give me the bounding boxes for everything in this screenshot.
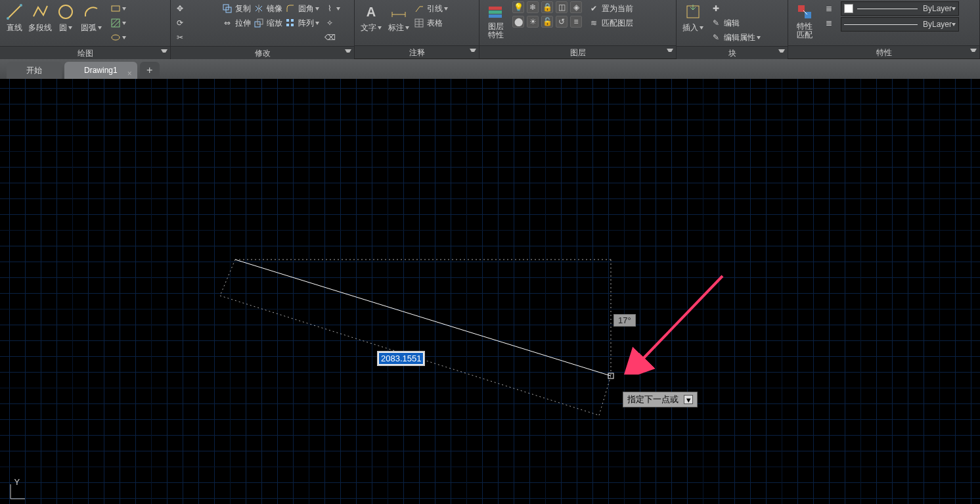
block-editattr-icon: ✎ [711, 32, 721, 43]
panel-layer: 图层 特性 💡 ❄ 🔒 ◫ ◈ ⬤ ☀ 🔓 ↺ ≡ ✔置为当前 ≋匹配 [479, 0, 677, 58]
layer-walk-icon[interactable]: ≡ [570, 16, 582, 28]
table-button[interactable]: 表格 [412, 16, 449, 30]
text-button[interactable]: A 文字 [357, 1, 385, 34]
match-prop-label: 特性 匹配 [797, 22, 813, 39]
circle-button[interactable]: 圆 [54, 1, 78, 34]
block-edit-button[interactable]: ✎编辑 [709, 16, 762, 30]
svg-rect-14 [291, 19, 294, 22]
circle-icon [56, 3, 75, 21]
trim-icon: ✂ [175, 32, 185, 43]
scale-button[interactable]: 缩放 [252, 16, 284, 30]
panel-block: 插入 ✚ ✎编辑 ✎编辑属性 块 [677, 0, 788, 58]
linetype-dropdown[interactable]: ByLayer [841, 17, 959, 32]
table-icon [414, 18, 424, 28]
panel-layer-title[interactable]: 图层 [479, 45, 676, 58]
panel-annot-title[interactable]: 注释 [355, 45, 479, 58]
ucs-y-label: Y [14, 477, 20, 487]
svg-rect-24 [489, 7, 502, 10]
fillet-button[interactable]: 圆角 [284, 1, 321, 16]
layer-color-icon[interactable]: ◫ [556, 1, 568, 13]
svg-rect-5 [112, 19, 120, 27]
block-create-button[interactable]: ✚ [709, 1, 762, 16]
layer-freeze-icon[interactable]: ❄ [527, 1, 539, 13]
array-button[interactable]: 阵列 [284, 16, 321, 30]
prop-list-1[interactable]: ≣ [822, 1, 835, 16]
drawing-canvas[interactable]: 2083.1551 17° 指定下一点或 ▾ Y [0, 79, 980, 504]
command-tooltip: 指定下一点或 ▾ [623, 392, 698, 407]
svg-line-33 [220, 260, 235, 296]
list2-icon: ≣ [824, 18, 834, 28]
rotate-icon: ⟳ [175, 18, 185, 28]
leader-button[interactable]: 引线 [412, 1, 449, 16]
arc-icon [82, 3, 100, 21]
command-tooltip-text: 指定下一点或 [627, 394, 679, 405]
layer-setcur-label: 置为当前 [602, 3, 633, 14]
hatch-icon [110, 18, 121, 28]
insert-icon [684, 3, 702, 21]
line-button[interactable]: 直线 [3, 1, 26, 34]
tab-drawing1[interactable]: Drawing1 × [64, 62, 137, 79]
insert-button[interactable]: 插入 [679, 1, 707, 34]
color-dropdown[interactable]: ByLayer [841, 1, 959, 16]
draw-misc-3[interactable] [109, 30, 127, 45]
tab-start[interactable]: 开始 [7, 62, 62, 79]
match-prop-icon [795, 3, 814, 21]
rect-icon [110, 3, 121, 14]
layer-match-label: 匹配图层 [602, 18, 633, 29]
tooltip-dropdown-icon[interactable]: ▾ [684, 395, 693, 404]
svg-rect-13 [286, 19, 289, 22]
layer-prev-icon[interactable]: ↺ [556, 16, 568, 28]
draw-misc-2[interactable] [109, 16, 127, 30]
explode-icon: ✧ [324, 18, 335, 28]
copy-label: 复制 [235, 3, 251, 14]
block-edit-label: 编辑 [724, 18, 740, 29]
tab-add[interactable]: + [140, 62, 160, 79]
dim-button[interactable]: 标注 [385, 1, 412, 34]
fillet-label: 圆角 [298, 3, 314, 14]
modify-ext-2[interactable]: ✧ [323, 16, 342, 30]
arc-button[interactable]: 圆弧 [78, 1, 105, 34]
stretch-button[interactable]: ⇔拉伸 [221, 16, 252, 30]
dynamic-length-value: 2083.1551 [381, 354, 421, 363]
modify-ext-3[interactable]: ⌫ [323, 30, 342, 45]
arc-label: 圆弧 [81, 22, 102, 34]
trim-button[interactable]: ✂ [173, 30, 221, 45]
mirror-label: 镜像 [267, 3, 282, 14]
panel-block-title[interactable]: 块 [677, 46, 788, 59]
layer-unlock-icon[interactable]: 🔓 [541, 16, 553, 28]
layer-lock-icon[interactable]: 🔒 [541, 1, 553, 13]
copy-button[interactable]: 复制 [221, 1, 252, 16]
mirror-button[interactable]: 镜像 [252, 1, 284, 16]
leader-label: 引线 [427, 3, 443, 14]
erase-icon: ⌫ [324, 32, 335, 43]
match-prop-button[interactable]: 特性 匹配 [791, 1, 818, 39]
panel-draw-title[interactable]: 绘图 [0, 46, 170, 59]
scale-label: 缩放 [267, 18, 282, 29]
scale-icon [254, 18, 264, 28]
ellipse-icon [110, 32, 121, 43]
block-editattr-button[interactable]: ✎编辑属性 [709, 30, 762, 45]
panel-draw: 直线 多段线 圆 圆弧 绘图 [0, 0, 171, 58]
draw-misc-1[interactable] [109, 1, 127, 16]
dynamic-length-input[interactable]: 2083.1551 [378, 352, 424, 365]
layer-props-button[interactable]: 图层 特性 [482, 1, 510, 39]
layer-iso-icon[interactable]: ◈ [570, 1, 582, 13]
layer-thaw-icon[interactable]: ☀ [527, 16, 539, 28]
drawing-geometry [0, 79, 980, 504]
rotate-button[interactable]: ⟳ [173, 16, 221, 30]
text-icon: A [362, 3, 380, 21]
match-layer-button[interactable]: ≋匹配图层 [587, 16, 635, 30]
set-current-layer-button[interactable]: ✔置为当前 [587, 1, 635, 16]
block-edit-icon: ✎ [711, 18, 721, 28]
modify-ext-1[interactable]: ⌇ [323, 1, 342, 16]
svg-line-0 [8, 5, 21, 18]
prop-list-2[interactable]: ≣ [822, 16, 835, 30]
layer-on-icon[interactable]: 💡 [512, 1, 524, 13]
polyline-button[interactable]: 多段线 [26, 1, 54, 34]
panel-modify-title[interactable]: 修改 [171, 46, 354, 59]
move-icon: ✥ [175, 3, 185, 14]
layer-off-icon[interactable]: ⬤ [512, 16, 524, 28]
offset-icon: ⌇ [324, 3, 335, 14]
panel-prop-title[interactable]: 特性 [788, 45, 979, 58]
move-button[interactable]: ✥ [173, 1, 221, 16]
